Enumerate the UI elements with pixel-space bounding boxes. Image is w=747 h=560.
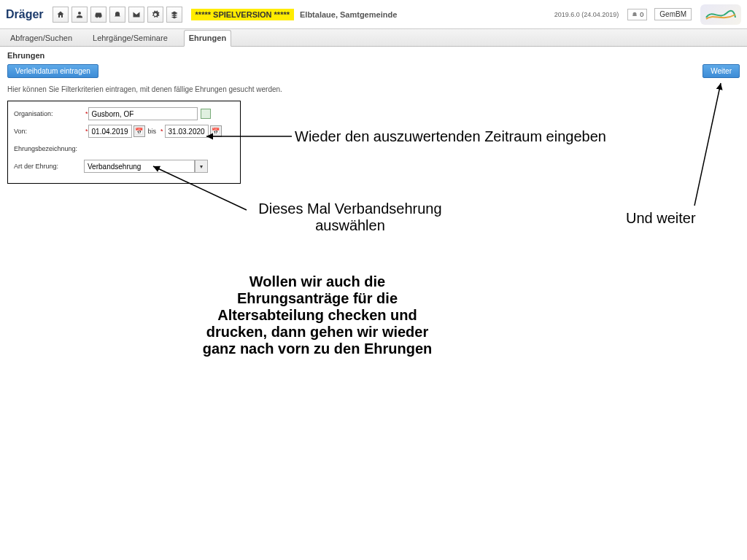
annotation-verbandsehrung: Dieses Mal Verbandsehrung auswählen xyxy=(244,201,456,234)
version-text: 2019.6.0 (24.04.2019) xyxy=(554,11,619,18)
label-organisation: Organisation: xyxy=(14,110,84,117)
notification-count-value: 0 xyxy=(640,11,643,18)
tab-bar: Abfragen/Suchen Lehrgänge/Seminare Ehrun… xyxy=(0,29,747,47)
label-art: Art der Ehrung: xyxy=(14,163,84,170)
filter-panel: Organisation: * Von: * 📅 bis * 📅 Ehrungs… xyxy=(7,101,241,184)
label-von: Von: xyxy=(14,128,84,135)
enter-date-button[interactable]: Verleihdatum eintragen xyxy=(7,64,98,78)
action-bar: Verleihdatum eintragen Weiter xyxy=(0,64,747,82)
tab-lehrgaenge[interactable]: Lehrgänge/Seminare xyxy=(88,31,172,46)
label-bezeichnung: Ehrungsbezeichnung: xyxy=(14,145,84,152)
calendar-icon[interactable]: 📅 xyxy=(210,125,222,137)
organisation-picker-icon[interactable] xyxy=(201,109,211,119)
app-header: Dräger ***** SPIELVERSION ***** Elbtalau… xyxy=(0,0,747,29)
bell-icon xyxy=(631,11,638,18)
person-icon[interactable] xyxy=(71,7,88,23)
gear-icon[interactable] xyxy=(147,7,163,23)
annotation-altersabteilung: Wollen wir auch die Ehrungsanträge für d… xyxy=(197,273,438,357)
tab-ehrungen[interactable]: Ehrungen xyxy=(184,30,231,47)
logo: Dräger xyxy=(6,8,44,21)
required-marker: * xyxy=(160,128,163,135)
art-dropdown-value[interactable] xyxy=(84,160,195,173)
calendar-icon[interactable]: 📅 xyxy=(133,125,145,137)
vehicle-icon[interactable] xyxy=(90,7,107,23)
svg-line-2 xyxy=(694,83,721,206)
date-from-input[interactable] xyxy=(88,125,132,138)
user-label[interactable]: GemBM xyxy=(654,8,692,20)
annotation-zeitraum: Wieder den auszuwertenden Zeitraum einge… xyxy=(295,128,606,145)
page-title: Ehrungen xyxy=(0,47,747,64)
next-button[interactable]: Weiter xyxy=(703,64,740,78)
organisation-input[interactable] xyxy=(88,107,198,120)
layers-icon[interactable] xyxy=(166,7,182,23)
tab-abfragen[interactable]: Abfragen/Suchen xyxy=(6,31,77,46)
mail-icon[interactable] xyxy=(128,7,144,23)
date-to-input[interactable] xyxy=(165,125,209,138)
header-subtitle: Elbtalaue, Samtgemeinde xyxy=(300,10,397,19)
art-dropdown[interactable]: ▾ xyxy=(84,160,208,173)
org-logo xyxy=(700,4,741,25)
notification-count[interactable]: 0 xyxy=(627,9,647,20)
filter-hint: Hier können Sie Filterkriterien eintrage… xyxy=(0,82,747,101)
home-icon[interactable] xyxy=(53,7,69,23)
version-badge: ***** SPIELVERSION ***** xyxy=(191,9,294,20)
alarm-icon[interactable] xyxy=(109,7,125,23)
chevron-down-icon[interactable]: ▾ xyxy=(195,160,208,173)
annotation-weiter: Und weiter xyxy=(626,210,696,227)
label-bis: bis xyxy=(148,128,157,135)
